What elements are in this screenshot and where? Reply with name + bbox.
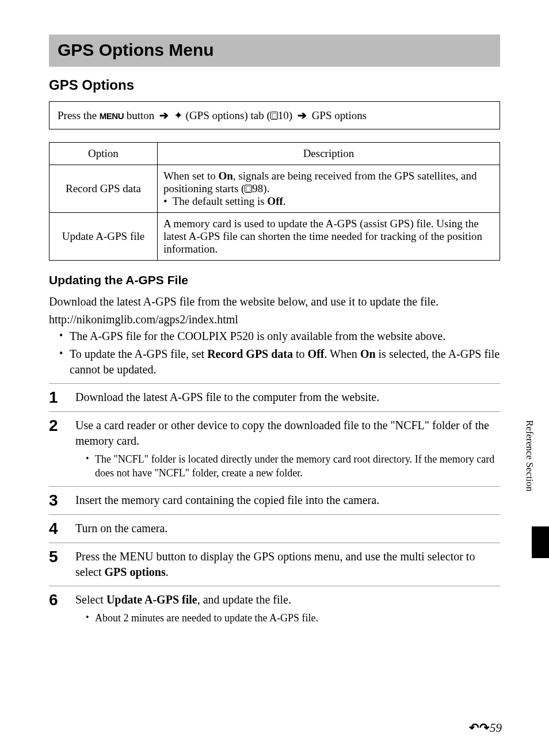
side-section-label: Reference Section bbox=[524, 420, 535, 491]
bullet: • bbox=[163, 195, 173, 207]
table-header-desc: Description bbox=[157, 143, 500, 165]
bold-text: GPS options bbox=[105, 566, 166, 578]
text: . bbox=[166, 566, 169, 578]
step-text: Select Update A-GPS file, and update the… bbox=[75, 592, 500, 625]
step-item: 1 Download the latest A-GPS file to the … bbox=[49, 383, 500, 411]
step-item: 3 Insert the memory card containing the … bbox=[49, 486, 500, 514]
navigation-path-box: Press the MENU button ➔ ✦ (GPS options) … bbox=[49, 101, 500, 129]
step-item: 5 Press the MENU button to display the G… bbox=[49, 543, 500, 586]
side-tab-marker bbox=[532, 526, 549, 558]
text: Use a card reader or other device to cop… bbox=[75, 419, 489, 447]
menu-label: MENU bbox=[100, 111, 124, 121]
step-number: 6 bbox=[49, 592, 65, 608]
step-text: Insert the memory card containing the co… bbox=[75, 492, 500, 508]
nav-text: (GPS options) tab ( bbox=[183, 109, 270, 121]
bold-text: On bbox=[360, 348, 376, 360]
text: 98). bbox=[252, 182, 269, 194]
step-sub-item: The "NCFL" folder is located directly un… bbox=[86, 452, 500, 480]
option-cell: Update A-GPS file bbox=[49, 213, 158, 261]
step-text: Press the MENU button to display the GPS… bbox=[75, 549, 500, 580]
table-row: Record GPS data When set to On, signals … bbox=[49, 165, 500, 213]
text: Select bbox=[75, 593, 106, 606]
book-icon: ⎕ bbox=[245, 185, 252, 193]
bullet-list: The A-GPS file for the COOLPIX P520 is o… bbox=[49, 329, 500, 377]
step-text: Turn on the camera. bbox=[75, 521, 500, 536]
step-number: 4 bbox=[49, 521, 65, 537]
text: to bbox=[293, 348, 308, 360]
step-item: 2 Use a card reader or other device to c… bbox=[49, 411, 500, 486]
nav-text: Press the bbox=[58, 109, 100, 121]
desc-cell: A memory card is used to update the A-GP… bbox=[157, 213, 500, 261]
desc-cell: When set to On, signals are being receiv… bbox=[157, 165, 500, 213]
text: . bbox=[283, 195, 286, 207]
step-number: 3 bbox=[49, 492, 65, 509]
nav-text: 10) bbox=[278, 109, 295, 121]
page-title: GPS Options Menu bbox=[49, 35, 500, 67]
url-text: http://nikonimglib.com/agps2/index.html bbox=[49, 313, 500, 326]
step-item: 4 Turn on the camera. bbox=[49, 514, 500, 543]
book-icon: ⎕ bbox=[270, 112, 278, 120]
text: Press the bbox=[75, 550, 120, 563]
arrow-icon: ➔ bbox=[159, 109, 169, 121]
step-number: 5 bbox=[49, 549, 65, 565]
subheading: Updating the A-GPS File bbox=[49, 273, 500, 287]
nav-text: GPS options bbox=[309, 109, 367, 121]
page-number: ↶↷59 bbox=[469, 721, 502, 735]
step-number: 1 bbox=[49, 390, 65, 406]
steps-list: 1 Download the latest A-GPS file to the … bbox=[49, 383, 500, 631]
bold-text: On bbox=[218, 170, 232, 182]
step-text: Download the latest A-GPS file to the co… bbox=[75, 390, 500, 405]
satellite-icon: ✦ bbox=[174, 109, 183, 121]
arrow-icon: ➔ bbox=[298, 109, 307, 121]
page-number-text: 59 bbox=[490, 721, 502, 735]
option-cell: Record GPS data bbox=[49, 165, 158, 213]
list-item: The A-GPS file for the COOLPIX P520 is o… bbox=[59, 329, 500, 344]
text: . When bbox=[324, 348, 360, 360]
section-title: GPS Options bbox=[49, 77, 500, 93]
step-number: 2 bbox=[49, 418, 65, 434]
step-text: Use a card reader or other device to cop… bbox=[75, 418, 500, 480]
step-item: 6 Select Update A-GPS file, and update t… bbox=[49, 586, 500, 631]
text: The default setting is bbox=[173, 195, 268, 207]
bold-text: Off bbox=[308, 348, 325, 360]
reference-icon: ↶↷ bbox=[469, 721, 490, 735]
text: When set to bbox=[163, 170, 219, 182]
nav-text: button bbox=[124, 109, 157, 121]
text: , and update the file. bbox=[197, 593, 291, 606]
list-item: To update the A-GPS file, set Record GPS… bbox=[59, 346, 500, 377]
intro-text: Download the latest A-GPS file from the … bbox=[49, 294, 500, 310]
table-header-option: Option bbox=[49, 143, 158, 165]
menu-label: MENU bbox=[120, 550, 154, 563]
options-table: Option Description Record GPS data When … bbox=[49, 142, 500, 261]
bold-text: Record GPS data bbox=[207, 348, 293, 360]
bold-text: Off bbox=[267, 195, 283, 207]
bold-text: Update A-GPS file bbox=[106, 593, 197, 606]
step-sub-item: About 2 minutes are needed to update the… bbox=[86, 611, 500, 625]
text: To update the A-GPS file, set bbox=[70, 348, 207, 360]
table-row: Update A-GPS file A memory card is used … bbox=[49, 213, 500, 261]
